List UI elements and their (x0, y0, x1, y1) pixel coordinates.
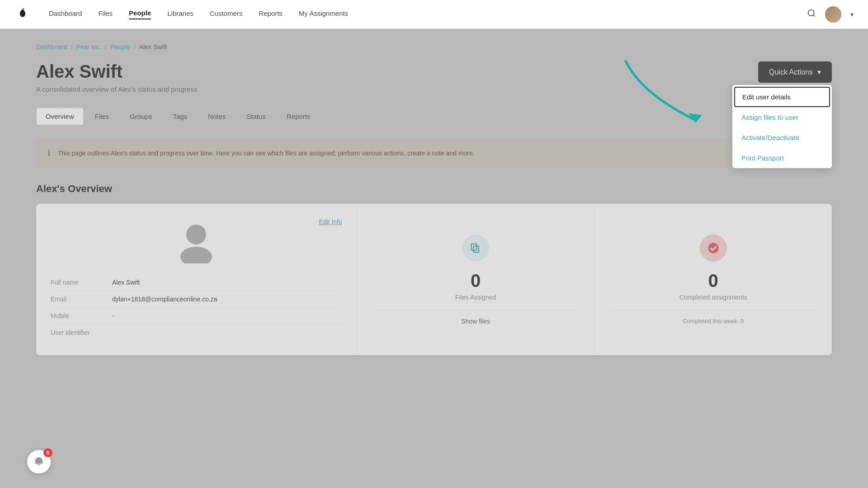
nav-files[interactable]: Files (98, 9, 113, 19)
notification-badge: 5 (43, 448, 52, 457)
nav-reports[interactable]: Reports (259, 9, 283, 19)
dropdown-assign-files[interactable]: Assign files to user (732, 107, 832, 127)
nav-libraries[interactable]: Libraries (167, 9, 193, 19)
search-icon[interactable] (807, 9, 816, 20)
nav-people[interactable]: People (129, 9, 151, 19)
avatar[interactable] (825, 6, 841, 23)
dropdown-print-passport[interactable]: Print Passport (732, 148, 832, 168)
nav-dashboard[interactable]: Dashboard (49, 9, 82, 19)
notification-container: 5 (27, 450, 51, 474)
nav-links: Dashboard Files People Libraries Custome… (49, 9, 807, 19)
nav-customers[interactable]: Customers (210, 9, 243, 19)
nav-chevron-icon[interactable]: ▾ (850, 11, 854, 18)
dropdown-overlay[interactable] (0, 0, 868, 488)
quick-actions-dropdown: Edit user details Assign files to user A… (732, 85, 832, 168)
dropdown-activate-deactivate[interactable]: Activate/Deactivate (732, 127, 832, 148)
svg-point-0 (808, 10, 814, 16)
nav-my-assignments[interactable]: My Assignments (299, 9, 348, 19)
nav-right: ▾ (807, 6, 854, 23)
dropdown-edit-user[interactable]: Edit user details (734, 87, 830, 107)
top-navigation: Dashboard Files People Libraries Custome… (0, 0, 868, 29)
svg-line-1 (813, 15, 815, 17)
notification-button[interactable]: 5 (27, 450, 51, 474)
app-logo[interactable] (14, 6, 31, 23)
